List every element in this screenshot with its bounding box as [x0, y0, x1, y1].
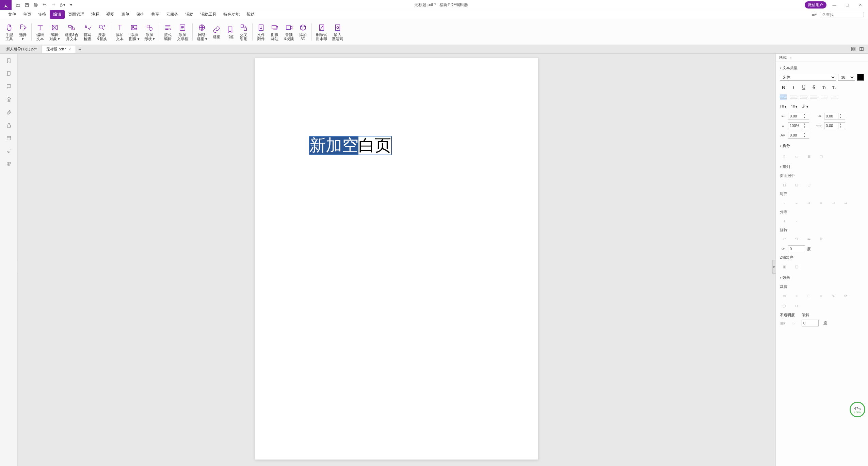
menu-edit[interactable]: 编辑	[50, 10, 65, 19]
menu-comment[interactable]: 注释	[88, 10, 103, 19]
ribbon: 手型工具 选择▾ 编辑文本 编辑对象 ▾ 链接&合并文本 拼写检查 搜索&替换 …	[0, 19, 868, 45]
rb-flow-edit[interactable]: 流式编辑	[161, 20, 174, 44]
menu-protect[interactable]: 保护	[133, 10, 148, 19]
svg-rect-16	[241, 25, 243, 27]
print-icon[interactable]	[33, 2, 39, 8]
svg-rect-3	[34, 4, 37, 6]
svg-point-11	[133, 26, 134, 28]
rb-crossref[interactable]: 交叉引用	[237, 20, 250, 44]
rb-link-merge[interactable]: 链接&合并文本	[63, 20, 80, 44]
add-tab-button[interactable]: +	[76, 46, 84, 53]
doc-tab-1[interactable]: 无标题.pdf *×	[42, 46, 76, 53]
menu-cloud[interactable]: 云服务	[163, 10, 182, 19]
menu-page[interactable]: 页面管理	[65, 10, 88, 19]
rb-bookmark[interactable]: 书签	[224, 20, 237, 44]
svg-rect-10	[131, 25, 137, 30]
rb-add-article[interactable]: 添加文章框	[175, 20, 190, 44]
rb-search-replace[interactable]: 搜索&替换	[95, 20, 109, 44]
svg-rect-24	[852, 47, 853, 48]
document-tab-bar: 新人引导(1)(1).pdf 无标题.pdf *× +	[0, 45, 868, 54]
qat-more-icon[interactable]: ▾	[68, 2, 74, 8]
rb-hand[interactable]: 手型工具	[3, 20, 16, 44]
rb-edit-object[interactable]: 编辑对象 ▾	[47, 20, 62, 44]
quick-access-toolbar: ▾ ▾	[12, 2, 78, 8]
svg-rect-14	[180, 25, 185, 30]
svg-rect-19	[272, 25, 276, 29]
rb-remove-watermark[interactable]: 删除试用水印	[314, 20, 329, 44]
menu-bar: 文件 主页 转换 编辑 页面管理 注释 视图 表单 保护 共享 云服务 辅助 辅…	[0, 10, 868, 19]
svg-point-23	[337, 27, 339, 29]
rb-link[interactable]: 链接	[210, 20, 223, 44]
svg-rect-17	[244, 28, 246, 30]
close-button[interactable]: ✕	[855, 2, 865, 9]
svg-point-9	[99, 25, 102, 28]
open-icon[interactable]	[15, 2, 21, 8]
search-box[interactable]	[820, 12, 864, 17]
rb-audio-video[interactable]: 音频&视频	[282, 20, 296, 44]
menu-form[interactable]: 表单	[118, 10, 133, 19]
window-title: 无标题.pdf * - 福昕PDF编辑器	[78, 2, 805, 8]
svg-rect-7	[69, 25, 71, 27]
menu-options-icon[interactable]: ☰▾	[811, 12, 817, 17]
minimize-button[interactable]: —	[829, 2, 839, 9]
svg-rect-0	[25, 3, 28, 6]
user-badge[interactable]: 微信用户	[805, 1, 826, 9]
menu-view[interactable]: 视图	[103, 10, 118, 19]
rb-edit-text[interactable]: 编辑文本	[34, 20, 47, 44]
svg-rect-1	[26, 3, 28, 4]
svg-point-15	[199, 25, 205, 30]
menu-home[interactable]: 主页	[20, 10, 35, 19]
menu-file[interactable]: 文件	[5, 10, 20, 19]
rb-web-link[interactable]: 网络链接 ▾	[195, 20, 209, 44]
svg-rect-22	[335, 25, 340, 30]
svg-rect-8	[72, 28, 74, 30]
svg-rect-28	[860, 47, 864, 50]
svg-rect-27	[854, 49, 855, 51]
redo-icon[interactable]	[50, 2, 57, 8]
title-bar: ▾ ▾ 无标题.pdf * - 福昕PDF编辑器 微信用户 — ▢ ✕	[0, 0, 868, 10]
menu-convert[interactable]: 转换	[35, 10, 50, 19]
svg-rect-12	[147, 25, 150, 28]
menu-feature[interactable]: 特色功能	[220, 10, 243, 19]
svg-rect-6	[52, 25, 57, 30]
svg-rect-26	[852, 49, 853, 51]
rb-add-3d[interactable]: 添加3D	[296, 20, 309, 44]
svg-point-5	[823, 13, 825, 15]
svg-rect-18	[259, 25, 263, 30]
hand-icon[interactable]: ▾	[59, 2, 65, 8]
save-icon[interactable]	[24, 2, 30, 8]
rb-add-shape[interactable]: 添加形状 ▾	[142, 20, 157, 44]
doc-tab-0[interactable]: 新人引导(1)(1).pdf	[1, 46, 42, 53]
app-logo[interactable]	[0, 0, 12, 10]
rb-activate[interactable]: 输入激活码	[330, 20, 345, 44]
svg-point-13	[149, 27, 152, 30]
rb-image-annot[interactable]: 图像标注	[268, 20, 281, 44]
menu-help[interactable]: 帮助	[243, 10, 258, 19]
rb-add-text[interactable]: 添加文本	[113, 20, 126, 44]
rb-spellcheck[interactable]: 拼写检查	[81, 20, 94, 44]
rb-attachment[interactable]: 文件附件	[255, 20, 268, 44]
maximize-button[interactable]: ▢	[842, 2, 852, 9]
split-view-icon[interactable]	[859, 47, 865, 52]
menu-assist[interactable]: 辅助	[182, 10, 197, 19]
menu-tools[interactable]: 辅助工具	[197, 10, 220, 19]
rb-select[interactable]: 选择▾	[16, 20, 29, 44]
svg-rect-21	[319, 25, 324, 30]
svg-rect-25	[854, 47, 855, 48]
grid-view-icon[interactable]	[851, 47, 856, 52]
svg-rect-4	[35, 5, 37, 7]
rb-add-image[interactable]: 添加图像 ▾	[127, 20, 142, 44]
search-input[interactable]	[826, 13, 860, 17]
undo-icon[interactable]	[42, 2, 48, 8]
svg-rect-20	[286, 26, 290, 29]
menu-share[interactable]: 共享	[148, 10, 163, 19]
svg-rect-2	[35, 3, 37, 4]
close-tab-icon[interactable]: ×	[68, 47, 71, 52]
